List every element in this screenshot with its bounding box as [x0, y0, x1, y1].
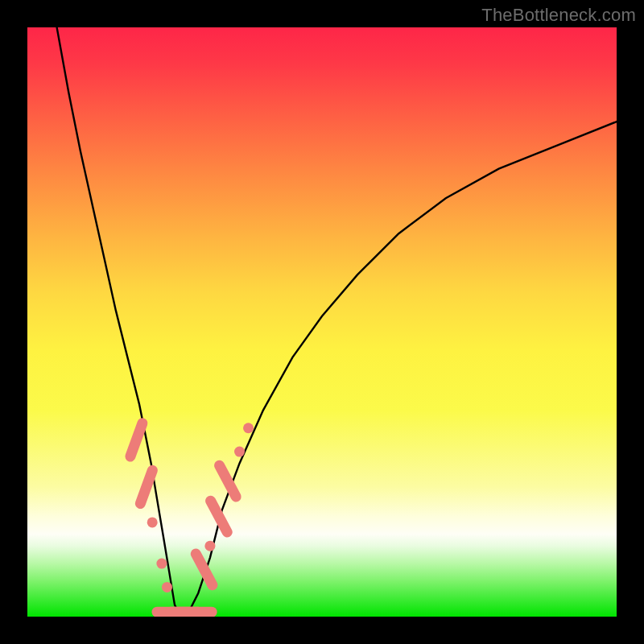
curve-marker [162, 582, 172, 592]
curve-marker [220, 465, 237, 497]
bottleneck-curve [57, 27, 617, 617]
curve-layer [27, 27, 617, 617]
curve-marker [140, 470, 152, 503]
curve-marker [234, 447, 245, 457]
plot-area [27, 27, 617, 617]
watermark-label: TheBottleneck.com [481, 5, 636, 26]
bottom-border [27, 617, 617, 644]
chart-frame: TheBottleneck.com [0, 0, 644, 644]
curve-marker [156, 559, 167, 569]
curve-marker [130, 423, 142, 456]
curve-marker [204, 541, 215, 551]
curve-marker [243, 423, 254, 433]
curve-marker [147, 517, 158, 527]
